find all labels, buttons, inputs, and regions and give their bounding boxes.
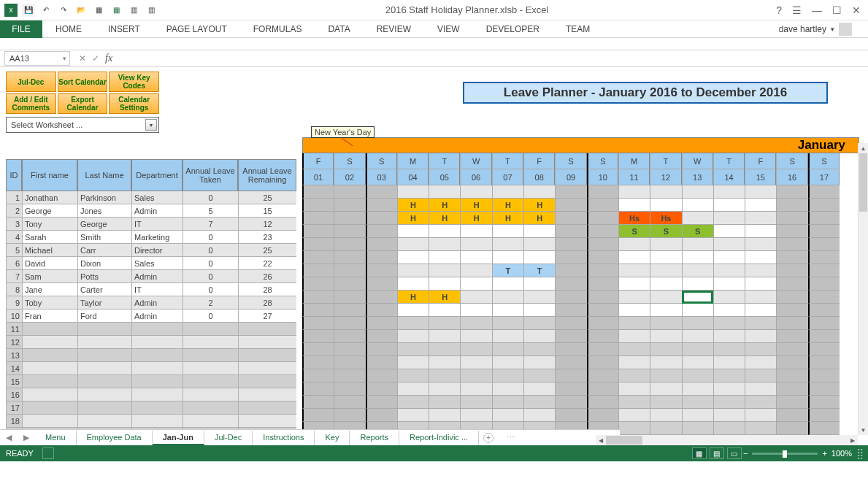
table-row[interactable]: 8JaneCarterIT028 bbox=[6, 283, 296, 296]
calendar-cell[interactable] bbox=[555, 383, 586, 396]
calendar-cell[interactable] bbox=[460, 343, 491, 356]
calendar-cell[interactable] bbox=[334, 409, 365, 422]
undo-icon[interactable]: ↶ bbox=[39, 4, 53, 17]
name-box[interactable]: AA13 bbox=[4, 51, 70, 66]
calendar-cell[interactable] bbox=[618, 199, 650, 212]
calendar-cell[interactable] bbox=[587, 251, 618, 264]
calendar-cell[interactable] bbox=[397, 251, 429, 264]
calendar-cell[interactable]: H bbox=[460, 199, 491, 212]
calendar-cell[interactable] bbox=[302, 291, 334, 304]
calendar-cell[interactable] bbox=[713, 212, 745, 225]
ribbon-tab-developer[interactable]: DEVELOPER bbox=[473, 20, 553, 38]
calendar-cell[interactable] bbox=[618, 409, 650, 422]
calendar-cell[interactable] bbox=[460, 409, 491, 422]
calendar-cell[interactable] bbox=[682, 291, 713, 304]
calendar-cell[interactable] bbox=[334, 343, 365, 356]
select-worksheet-dropdown[interactable]: Select Worksheet ... ▾ bbox=[6, 117, 159, 133]
calendar-cell[interactable] bbox=[808, 409, 840, 422]
minimize-icon[interactable]: — bbox=[812, 4, 822, 16]
export-calendar-button[interactable]: Export Calendar bbox=[58, 93, 108, 114]
calendar-cell[interactable] bbox=[366, 238, 397, 251]
calendar-cell[interactable] bbox=[618, 422, 650, 435]
calendar-cell[interactable] bbox=[302, 238, 334, 251]
calendar-cell[interactable] bbox=[429, 343, 460, 356]
calendar-cell[interactable] bbox=[429, 330, 460, 343]
calendar-cell[interactable] bbox=[397, 304, 429, 317]
calendar-cell[interactable] bbox=[555, 369, 586, 383]
calendar-cell[interactable] bbox=[776, 396, 807, 409]
calendar-cell[interactable] bbox=[808, 251, 840, 264]
calendar-cell[interactable] bbox=[713, 369, 745, 383]
calendar-cell[interactable] bbox=[429, 317, 460, 330]
ribbon-tab-view[interactable]: VIEW bbox=[424, 20, 473, 38]
calendar-cell[interactable]: H bbox=[397, 199, 429, 212]
calendar-cell[interactable] bbox=[776, 343, 807, 356]
table-row[interactable]: 13 bbox=[6, 349, 296, 362]
scroll-down-icon[interactable]: ▼ bbox=[859, 425, 868, 435]
calendar-cell[interactable] bbox=[555, 409, 586, 422]
calendar-cell[interactable] bbox=[618, 238, 650, 251]
calendar-cell[interactable]: H bbox=[429, 212, 460, 225]
qat-btn-4[interactable]: ▥ bbox=[145, 4, 158, 17]
scroll-right-icon[interactable]: ▶ bbox=[848, 437, 858, 444]
calendar-cell[interactable] bbox=[808, 199, 840, 212]
calendar-cell[interactable] bbox=[587, 409, 618, 422]
calendar-cell[interactable] bbox=[808, 277, 840, 291]
calendar-cell[interactable] bbox=[460, 396, 491, 409]
calendar-cell[interactable] bbox=[492, 383, 523, 396]
calendar-cell[interactable] bbox=[366, 212, 397, 225]
sheet-tab-reports[interactable]: Reports bbox=[350, 431, 399, 445]
sheet-nav-prev[interactable]: ◀ bbox=[0, 433, 18, 442]
calendar-cell[interactable] bbox=[650, 251, 681, 264]
calendar-cell[interactable] bbox=[302, 356, 334, 369]
calendar-cell[interactable] bbox=[302, 317, 334, 330]
calendar-cell[interactable] bbox=[302, 343, 334, 356]
calendar-cell[interactable] bbox=[523, 238, 555, 251]
page-break-view-icon[interactable]: ▭ bbox=[727, 447, 742, 459]
calendar-cell[interactable] bbox=[492, 396, 523, 409]
calendar-cell[interactable] bbox=[429, 409, 460, 422]
calendar-cell[interactable] bbox=[618, 317, 650, 330]
calendar-cell[interactable] bbox=[587, 225, 618, 238]
calendar-cell[interactable] bbox=[776, 422, 807, 435]
calendar-cell[interactable] bbox=[650, 291, 681, 304]
calendar-cell[interactable] bbox=[776, 199, 807, 212]
calendar-cell[interactable] bbox=[523, 304, 555, 317]
close-icon[interactable]: ✕ bbox=[852, 4, 861, 16]
normal-view-icon[interactable]: ▦ bbox=[692, 447, 707, 459]
calendar-cell[interactable] bbox=[682, 304, 713, 317]
table-row[interactable]: 3TonyGeorgeIT712 bbox=[6, 218, 296, 231]
calendar-cell[interactable] bbox=[397, 277, 429, 291]
calendar-cell[interactable] bbox=[523, 251, 555, 264]
calendar-cell[interactable] bbox=[776, 383, 807, 396]
calendar-cell[interactable] bbox=[492, 251, 523, 264]
calendar-cell[interactable] bbox=[682, 199, 713, 212]
calendar-cell[interactable] bbox=[302, 330, 334, 343]
calendar-cell[interactable] bbox=[682, 317, 713, 330]
maximize-icon[interactable]: ☐ bbox=[832, 4, 842, 16]
calendar-cell[interactable] bbox=[397, 409, 429, 422]
table-row[interactable]: 1JonathanParkinsonSales025 bbox=[6, 191, 296, 204]
zoom-out-icon[interactable]: − bbox=[743, 449, 748, 458]
open-icon[interactable]: 📂 bbox=[74, 4, 88, 17]
calendar-cell[interactable] bbox=[523, 225, 555, 238]
calendar-cell[interactable] bbox=[334, 369, 365, 383]
calendar-cell[interactable] bbox=[587, 356, 618, 369]
calendar-cell[interactable] bbox=[713, 291, 745, 304]
calendar-cell[interactable] bbox=[587, 343, 618, 356]
calendar-cell[interactable] bbox=[555, 291, 586, 304]
calendar-cell[interactable] bbox=[587, 330, 618, 343]
calendar-cell[interactable] bbox=[366, 330, 397, 343]
calendar-cell[interactable] bbox=[776, 304, 807, 317]
add-edit-comments-button[interactable]: Add / Edit Comments bbox=[6, 93, 56, 114]
calendar-cell[interactable] bbox=[808, 291, 840, 304]
calendar-cell[interactable] bbox=[492, 317, 523, 330]
calendar-cell[interactable] bbox=[808, 369, 840, 383]
calendar-cell[interactable] bbox=[397, 356, 429, 369]
calendar-cell[interactable] bbox=[429, 369, 460, 383]
calendar-cell[interactable]: T bbox=[523, 264, 555, 277]
calendar-cell[interactable] bbox=[808, 225, 840, 238]
calendar-cell[interactable] bbox=[460, 317, 491, 330]
calendar-cell[interactable] bbox=[523, 356, 555, 369]
calendar-cell[interactable] bbox=[460, 291, 491, 304]
